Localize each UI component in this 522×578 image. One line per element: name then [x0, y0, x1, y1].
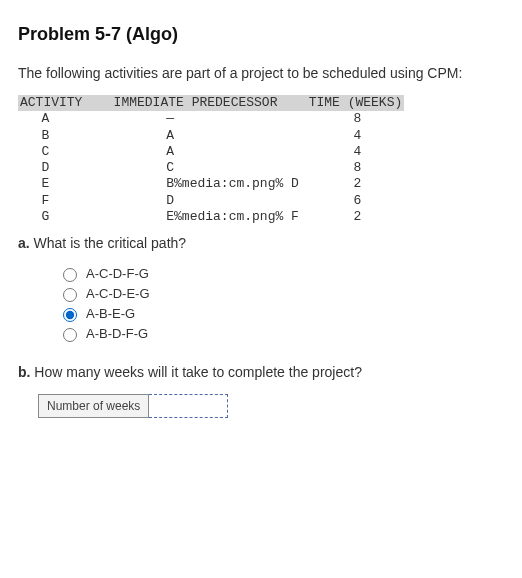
weeks-input-row: Number of weeks [38, 394, 504, 418]
table-row: F D 6 [18, 193, 361, 208]
table-row: G E%media:cm.png% F 2 [18, 209, 361, 224]
weeks-input[interactable] [149, 394, 228, 418]
question-a-prefix: a. [18, 235, 30, 251]
option-label: A-B-D-F-G [86, 326, 148, 341]
table-row: A — 8 [18, 111, 361, 126]
weeks-input-label: Number of weeks [38, 394, 149, 418]
option-label: A-C-D-F-G [86, 266, 149, 281]
question-a: a. What is the critical path? [18, 235, 504, 251]
question-b-prefix: b. [18, 364, 30, 380]
table-row: B A 4 [18, 128, 361, 143]
option-acdfg[interactable]: A-C-D-F-G [58, 265, 504, 282]
question-a-text: What is the critical path? [30, 235, 186, 251]
option-acdeg[interactable]: A-C-D-E-G [58, 285, 504, 302]
radio-option-2[interactable] [63, 308, 77, 322]
radio-option-3[interactable] [63, 328, 77, 342]
table-row: C A 4 [18, 144, 361, 159]
table-row: E B%media:cm.png% D 2 [18, 176, 361, 191]
option-abdfg[interactable]: A-B-D-F-G [58, 325, 504, 342]
problem-intro: The following activities are part of a p… [18, 65, 504, 81]
question-a-options: A-C-D-F-G A-C-D-E-G A-B-E-G A-B-D-F-G [58, 265, 504, 342]
activity-table: ACTIVITY IMMEDIATE PREDECESSOR TIME (WEE… [18, 95, 504, 225]
radio-option-1[interactable] [63, 288, 77, 302]
option-label: A-B-E-G [86, 306, 135, 321]
radio-option-0[interactable] [63, 268, 77, 282]
question-b: b. How many weeks will it take to comple… [18, 364, 504, 380]
question-b-text: How many weeks will it take to complete … [30, 364, 361, 380]
problem-title: Problem 5-7 (Algo) [18, 24, 504, 45]
option-abeg[interactable]: A-B-E-G [58, 305, 504, 322]
option-label: A-C-D-E-G [86, 286, 150, 301]
table-row: D C 8 [18, 160, 361, 175]
table-header: ACTIVITY IMMEDIATE PREDECESSOR TIME (WEE… [18, 95, 404, 111]
